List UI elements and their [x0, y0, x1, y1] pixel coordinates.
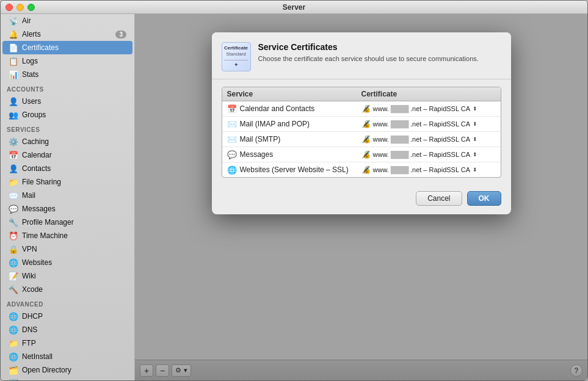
dns-icon: 🌐 — [9, 325, 18, 335]
modal-header: Certificate Standard ✦ Service Certifica… — [212, 32, 511, 79]
col-cert-header: Certificate — [361, 90, 496, 98]
wiki-icon: 📝 — [9, 271, 18, 281]
close-button[interactable] — [5, 4, 13, 11]
modal-header-text: Service Certificates Choose the certific… — [258, 42, 479, 64]
mail-icon: ✉️ — [9, 191, 18, 200]
netinstall-icon: 🌐 — [9, 352, 18, 361]
websites-icon: 🌐 — [9, 258, 18, 267]
service-cell: 💬 Messages — [227, 150, 361, 159]
sidebar-item-caching[interactable]: ⚙️ Caching — [2, 135, 132, 148]
modal-body: Service Certificate 📅 Calendar and Conta… — [212, 79, 511, 185]
cert-cell: 🔏 www. ████ .net – RapidSSL CA ⬍ — [361, 104, 496, 113]
sidebar-item-profile-manager[interactable]: 🔧 Profile Manager — [2, 216, 132, 229]
sidebar-item-ftp[interactable]: 📁 FTP — [2, 336, 132, 350]
certificates-icon: 📄 — [9, 43, 18, 53]
sidebar-item-messages[interactable]: 💬 Messages — [2, 202, 132, 216]
dropdown-chevron-2[interactable]: ⬍ — [473, 136, 477, 142]
main-window: Server 📡 Air 🔔 Alerts 3 📄 Certificates 📋… — [0, 0, 588, 381]
modal-title: Service Certificates — [258, 42, 479, 52]
table-row[interactable]: ✉️ Mail (SMTP) 🔏 www. ████ .net – RapidS… — [222, 132, 501, 147]
modal-overlay: Certificate Standard ✦ Service Certifica… — [135, 14, 587, 380]
maximize-button[interactable] — [27, 4, 35, 11]
sidebar-item-websites[interactable]: 🌐 Websites — [2, 256, 132, 269]
sidebar-item-time-machine[interactable]: ⏰ Time Machine — [2, 229, 132, 242]
service-cell: 🌐 Websites (Server Website – SSL) — [227, 165, 361, 175]
sidebar-item-contacts[interactable]: 👤 Contacts — [2, 162, 132, 175]
services-header: SERVICES — [1, 122, 134, 135]
dropdown-chevron-1[interactable]: ⬍ — [473, 121, 477, 127]
cancel-button[interactable]: Cancel — [416, 191, 462, 206]
dhcp-icon: 🌐 — [9, 311, 18, 321]
window-controls — [5, 4, 35, 11]
cert-cell: 🔏 www. ████ .net – RapidSSL CA ⬍ — [361, 120, 496, 128]
sidebar-item-dns[interactable]: 🌐 DNS — [2, 323, 132, 336]
caching-icon: ⚙️ — [9, 137, 18, 147]
table-row[interactable]: 📅 Calendar and Contacts 🔏 www. ████ .net… — [222, 101, 501, 117]
sidebar-item-wiki[interactable]: 📝 Wiki — [2, 269, 132, 283]
dropdown-chevron-0[interactable]: ⬍ — [473, 106, 477, 112]
cert-dropdown-icon-0: 🔏 — [361, 104, 371, 113]
sidebar-item-alerts[interactable]: 🔔 Alerts 3 — [2, 27, 132, 41]
service-cell: ✉️ Mail (SMTP) — [227, 134, 361, 144]
sidebar-item-logs[interactable]: 📋 Logs — [2, 54, 132, 68]
users-icon: 👤 — [9, 96, 18, 106]
cert-dropdown-icon-3: 🔏 — [361, 150, 371, 159]
cert-cell: 🔏 www. ████ .net – RapidSSL CA ⬍ — [361, 135, 496, 143]
ftp-icon: 📁 — [9, 338, 18, 348]
alerts-badge: 3 — [115, 31, 126, 38]
modal-description: Choose the certificate each service shou… — [258, 54, 479, 64]
calendar-contacts-icon: 📅 — [227, 104, 237, 114]
sidebar-item-air[interactable]: 📡 Air — [2, 14, 132, 27]
modal-footer: Cancel OK — [212, 185, 511, 214]
cert-dropdown-icon-4: 🔏 — [361, 165, 371, 174]
window-title: Server — [283, 3, 305, 12]
cert-dropdown-icon-1: 🔏 — [361, 120, 371, 128]
groups-icon: 👥 — [9, 110, 18, 120]
sidebar-item-file-sharing[interactable]: 📁 File Sharing — [2, 175, 132, 189]
dropdown-chevron-3[interactable]: ⬍ — [473, 151, 477, 158]
service-certificates-modal: Certificate Standard ✦ Service Certifica… — [212, 32, 511, 214]
sidebar-item-users[interactable]: 👤 Users — [2, 95, 132, 108]
col-service-header: Service — [227, 90, 361, 98]
sidebar-item-groups[interactable]: 👥 Groups — [2, 108, 132, 122]
messages-icon: 💬 — [9, 204, 18, 214]
window-body: 📡 Air 🔔 Alerts 3 📄 Certificates 📋 Logs 📊… — [1, 14, 587, 380]
sidebar-item-vpn[interactable]: 🔒 VPN — [2, 242, 132, 256]
cert-cell: 🔏 www. ████ .net – RapidSSL CA ⬍ — [361, 150, 496, 159]
table-row[interactable]: 💬 Messages 🔏 www. ████ .net – RapidSSL C… — [222, 147, 501, 162]
table-row[interactable]: 🌐 Websites (Server Website – SSL) 🔏 www.… — [222, 162, 501, 177]
accounts-header: ACCOUNTS — [1, 81, 134, 95]
xcode-icon: 🔨 — [9, 285, 18, 294]
sidebar-item-dhcp[interactable]: 🌐 DHCP — [2, 310, 132, 323]
service-cell: 📅 Calendar and Contacts — [227, 104, 361, 114]
advanced-header: ADVANCED — [1, 296, 134, 310]
mail-imap-icon: ✉️ — [227, 119, 237, 129]
sidebar-item-xcode[interactable]: 🔨 Xcode — [2, 283, 132, 296]
sidebar-item-certificates[interactable]: 📄 Certificates — [2, 41, 132, 54]
cert-table: Service Certificate 📅 Calendar and Conta… — [222, 87, 501, 178]
certificate-icon: Certificate Standard ✦ — [222, 42, 251, 71]
alerts-icon: 🔔 — [9, 29, 18, 39]
sidebar-item-netinstall[interactable]: 🌐 NetInstall — [2, 350, 132, 363]
contacts-icon: 👤 — [9, 164, 18, 173]
sidebar-item-calendar[interactable]: 📅 Calendar — [2, 148, 132, 162]
ok-button[interactable]: OK — [467, 191, 501, 206]
sidebar-item-open-directory[interactable]: 🗂️ Open Directory — [2, 363, 132, 377]
main-content: Click (+) to get a trusted certificate +… — [135, 14, 587, 380]
sidebar: 📡 Air 🔔 Alerts 3 📄 Certificates 📋 Logs 📊… — [1, 14, 135, 380]
sidebar-item-software-update[interactable]: ⬇️ Software Update — [2, 377, 132, 380]
minimize-button[interactable] — [16, 4, 24, 11]
cert-table-header: Service Certificate — [222, 87, 501, 101]
cert-dropdown-icon-2: 🔏 — [361, 135, 371, 143]
sidebar-item-stats[interactable]: 📊 Stats — [2, 68, 132, 81]
profile-manager-icon: 🔧 — [9, 217, 18, 227]
cert-cell: 🔏 www. ████ .net – RapidSSL CA ⬍ — [361, 165, 496, 174]
stats-icon: 📊 — [9, 70, 18, 79]
messages-row-icon: 💬 — [227, 150, 237, 159]
dropdown-chevron-4[interactable]: ⬍ — [473, 167, 477, 173]
table-row[interactable]: ✉️ Mail (IMAP and POP) 🔏 www. ████ .net … — [222, 117, 501, 132]
mail-smtp-icon: ✉️ — [227, 134, 237, 144]
file-sharing-icon: 📁 — [9, 177, 18, 187]
air-icon: 📡 — [9, 16, 18, 26]
sidebar-item-mail[interactable]: ✉️ Mail — [2, 189, 132, 202]
